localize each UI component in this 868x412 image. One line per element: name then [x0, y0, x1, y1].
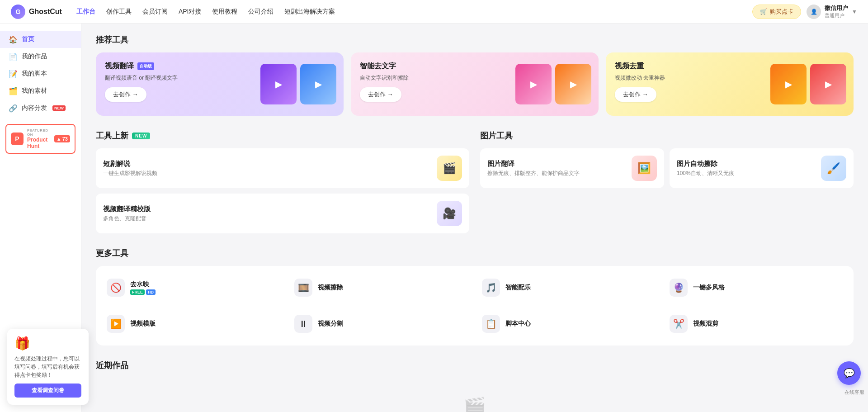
tool-card-video-pro[interactable]: 视频翻译精校版 多角色、克隆配音 🎥 [96, 194, 469, 233]
user-role: 普通用户 [825, 12, 848, 19]
image-tools-section: 图片工具 图片翻译 擦除无痕、排版整齐、能保护商品文字 🖼️ 图片自动擦除 10… [480, 130, 854, 233]
user-info[interactable]: 👤 微信用户 普通用户 ▼ [807, 4, 857, 19]
rec-btn-dedup[interactable]: 去创作 → [615, 87, 656, 102]
drama-icon: 🎬 [437, 156, 462, 181]
nav-drama[interactable]: 短剧出海解决方案 [284, 8, 335, 16]
ph-featured-label: FEATURED ON [27, 128, 51, 137]
recent-works-section: 近期作品 🎬 [96, 360, 854, 412]
tool-card-img-erase-desc: 100%自动、清晰又无痕 [677, 170, 821, 177]
nav-links: 工作台 创作工具 会员订阅 API对接 使用教程 公司介绍 短剧出海解决方案 [76, 8, 752, 16]
flamingo-thumb: ▶ [515, 64, 552, 104]
rec-card-video-translate[interactable]: 视频翻译 自动版 翻译视频语音 or 翻译视频文字 去创作 → ▶ ▶ [96, 52, 344, 116]
more-tool-split[interactable]: ⏸ 视频分割 [287, 306, 475, 342]
video-erase-name: 视频擦除 [318, 284, 343, 292]
templates-name: 视频模版 [130, 320, 156, 328]
product-hunt-banner[interactable]: P FEATURED ON Product Hunt ▲ 73 [5, 124, 75, 154]
templates-icon: ▶️ [107, 315, 125, 333]
video-thumb-2: ▶ [300, 64, 336, 104]
ph-count: ▲ 73 [54, 135, 70, 142]
more-tool-templates[interactable]: ▶️ 视频模版 [99, 306, 287, 342]
logo[interactable]: G GhostCut [11, 5, 62, 19]
video-erase-icon: 🎞️ [294, 279, 312, 297]
more-tool-mix-cut[interactable]: ✂️ 视频混剪 [662, 306, 850, 342]
rec-card-text-remove[interactable]: 智能去文字 自动文字识别和擦除 去创作 → ▶ ▶ [351, 52, 599, 116]
works-icon: 📄 [9, 52, 17, 61]
tool-card-video-pro-name: 视频翻译精校版 [103, 205, 437, 213]
image-tools-title: 图片工具 [480, 130, 854, 141]
more-tool-video-erase[interactable]: 🎞️ 视频擦除 [287, 270, 475, 306]
watermark-icon: 🚫 [107, 279, 125, 297]
buy-label: 购买点卡 [770, 8, 793, 16]
more-tools-section: 更多工具 🚫 去水映 FREE HD 🎞️ 视频擦除 [96, 248, 854, 346]
customer-service-button[interactable]: 💬 [837, 361, 861, 385]
app-body: 🏠 首页 📄 我的作品 📝 我的脚本 🗂️ 我的素材 🔗 内容分发 NEW P … [0, 24, 868, 412]
watermark-name: 去水映 [130, 280, 156, 289]
tool-card-img-translate[interactable]: 图片翻译 擦除无痕、排版整齐、能保护商品文字 🖼️ [480, 148, 664, 188]
survey-text: 在视频处理过程中，您可以填写问卷，填写后有机会获得点卡包奖励！ [14, 355, 81, 379]
hd-badge: HD [146, 289, 156, 295]
nav-tutorials[interactable]: 使用教程 [212, 8, 237, 16]
more-tool-watermark[interactable]: 🚫 去水映 FREE HD [99, 270, 287, 306]
sidebar-item-distribution[interactable]: 🔗 内容分发 NEW [0, 99, 81, 117]
more-tool-script-center[interactable]: 📋 脚本中心 [475, 306, 662, 342]
scripts-icon: 📝 [9, 70, 17, 78]
tool-card-img-translate-name: 图片翻译 [487, 160, 632, 168]
new-tag: NEW [132, 133, 150, 139]
new-tools-title: 工具上新 NEW [96, 130, 469, 141]
tool-card-img-erase[interactable]: 图片自动擦除 100%自动、清晰又无痕 🖌️ [670, 148, 854, 188]
sidebar-label-scripts: 我的脚本 [22, 70, 47, 78]
nav-membership[interactable]: 会员订阅 [142, 8, 168, 16]
free-badge: FREE [130, 289, 145, 295]
tool-card-video-pro-desc: 多角色、克隆配音 [103, 215, 437, 223]
music-name: 智能配乐 [505, 284, 531, 292]
recent-works-empty: 🎬 [96, 378, 854, 412]
distribution-icon: 🔗 [9, 104, 17, 112]
nav-create-tools[interactable]: 创作工具 [106, 8, 132, 16]
main-content: 推荐工具 视频翻译 自动版 翻译视频语音 or 翻译视频文字 去创作 → [81, 24, 868, 412]
rec-btn-video-translate[interactable]: 去创作 → [105, 87, 146, 102]
logo-initial: G [16, 8, 21, 15]
more-tool-multi-style[interactable]: 🔮 一键多风格 [662, 270, 850, 306]
rec-images-1: ▶ ▶ [260, 64, 336, 104]
chevron-down-icon: ▼ [852, 9, 857, 15]
recommended-grid: 视频翻译 自动版 翻译视频语音 or 翻译视频文字 去创作 → ▶ ▶ [96, 52, 854, 116]
play-icon-6: ▶ [825, 79, 832, 90]
nav-right: 🛒 购买点卡 👤 微信用户 普通用户 ▼ [752, 4, 857, 19]
auto-badge: 自动版 [137, 62, 154, 70]
user-name: 微信用户 [825, 4, 848, 12]
sidebar-item-works[interactable]: 📄 我的作品 [0, 48, 81, 65]
buy-icon: 🛒 [760, 8, 767, 15]
sidebar-item-materials[interactable]: 🗂️ 我的素材 [0, 82, 81, 99]
tool-card-drama-desc: 一键生成影视解说视频 [103, 170, 437, 177]
dedup-thumb-1: ▶ [770, 64, 807, 104]
survey-icon: 🎁 [14, 336, 81, 351]
play-icon-2: ▶ [315, 79, 322, 90]
materials-icon: 🗂️ [9, 87, 17, 95]
product-hunt-logo: P [11, 133, 24, 145]
split-name: 视频分割 [318, 320, 343, 328]
video-thumb-1: ▶ [260, 64, 297, 104]
more-tool-music[interactable]: 🎵 智能配乐 [475, 270, 662, 306]
survey-button[interactable]: 查看调查问卷 [14, 384, 81, 398]
multi-style-name: 一键多风格 [693, 284, 725, 292]
logo-text: GhostCut [29, 8, 62, 16]
sidebar-label-works: 我的作品 [22, 52, 47, 61]
sidebar-item-home[interactable]: 🏠 首页 [0, 31, 81, 48]
new-tools-section: 工具上新 NEW 短剧解说 一键生成影视解说视频 🎬 视频翻译精校版 [96, 130, 469, 233]
sidebar-item-scripts[interactable]: 📝 我的脚本 [0, 65, 81, 82]
ph-arrow: ▲ [57, 136, 61, 142]
rec-card-video-dedup[interactable]: 视频去重 视频微改动 去重神器 去创作 → ▶ ▶ [606, 52, 854, 116]
nav-workbench[interactable]: 工作台 [76, 8, 95, 16]
avatar: 👤 [807, 5, 821, 19]
sidebar-label-distribution: 内容分发 [22, 104, 47, 112]
nav-about[interactable]: 公司介绍 [248, 8, 274, 16]
product-hunt-text: FEATURED ON Product Hunt [27, 128, 51, 149]
ph-name: Product Hunt [27, 137, 51, 149]
img-erase-icon: 🖌️ [821, 156, 846, 181]
rec-btn-text-remove[interactable]: 去创作 → [360, 87, 401, 102]
new-badge: NEW [52, 105, 66, 111]
rec-images-3: ▶ ▶ [770, 64, 846, 104]
nav-api[interactable]: API对接 [179, 8, 202, 16]
tool-card-drama[interactable]: 短剧解说 一键生成影视解说视频 🎬 [96, 148, 469, 188]
buy-credits-button[interactable]: 🛒 购买点卡 [752, 5, 801, 19]
